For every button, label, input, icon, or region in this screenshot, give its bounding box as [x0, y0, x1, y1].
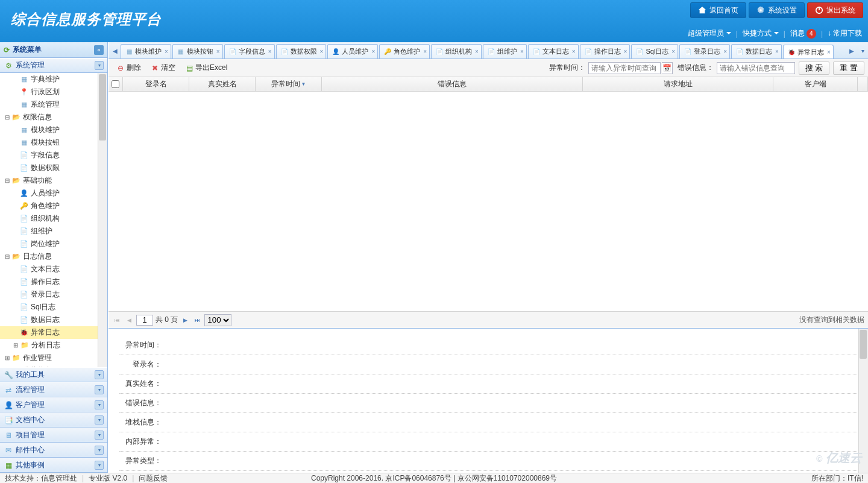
close-icon[interactable]: × [320, 48, 324, 55]
tree-item[interactable]: ▦模块按钮 [0, 136, 107, 149]
details-scrollbar[interactable] [858, 329, 868, 473]
close-icon[interactable]: × [423, 48, 427, 55]
refresh-icon[interactable]: ⟳ [4, 46, 10, 54]
expand-icon[interactable]: ▾ [95, 415, 104, 425]
exit-button[interactable]: 退出系统 [807, 2, 863, 18]
tree-item[interactable]: 📄数据日志 [0, 314, 107, 326]
calendar-icon[interactable]: 📅 [662, 62, 673, 74]
expand-icon[interactable]: ▾ [95, 400, 104, 409]
col-name[interactable]: 真实姓名 [189, 77, 256, 91]
tab-模块维护[interactable]: ▦模块维护× [121, 44, 171, 58]
close-icon[interactable]: × [624, 48, 627, 55]
quick-menu[interactable]: 快捷方式 [743, 28, 779, 39]
tree-item-exception-log[interactable]: 🐞异常日志 [0, 326, 107, 339]
tree-item[interactable]: 🔑角色维护 [0, 200, 107, 212]
tab-字段信息[interactable]: 📄字段信息× [224, 44, 275, 58]
sidebar-group-process[interactable]: ⇄流程管理▾ [0, 382, 107, 397]
expand-icon[interactable]: ▾ [95, 446, 104, 455]
footer-feedback[interactable]: 问题反馈 [139, 473, 168, 484]
close-icon[interactable]: × [475, 48, 479, 55]
tree-item[interactable]: 📄字段信息 [0, 149, 107, 162]
tab-menu-icon[interactable]: ▾ [857, 43, 868, 58]
close-icon[interactable]: × [216, 48, 220, 55]
expand-icon[interactable]: ▾ [95, 461, 104, 470]
close-icon[interactable]: × [268, 48, 272, 55]
tree-item[interactable]: ▦字典维护 [0, 73, 107, 86]
expand-icon[interactable]: ⊟ [2, 112, 11, 123]
close-icon[interactable]: × [371, 48, 375, 55]
expand-icon[interactable]: ▾ [95, 370, 104, 379]
next-page-icon[interactable]: ▶ [180, 315, 190, 325]
tree-item[interactable]: 📄岗位维护 [0, 238, 107, 250]
expand-icon[interactable]: ▾ [95, 385, 104, 394]
tree-item[interactable]: 📄组织机构 [0, 212, 107, 225]
tree-folder[interactable]: ⊟📂权限信息 [0, 111, 107, 124]
sidebar-group-other[interactable]: ▦其他事例▾ [0, 458, 107, 473]
error-input[interactable] [717, 62, 795, 74]
tree-folder[interactable]: ⊟📂日志信息 [0, 250, 107, 263]
tree-item[interactable]: ▦模块维护 [0, 124, 107, 136]
delete-button[interactable]: ⊖删除 [112, 62, 145, 75]
reset-button[interactable]: 重 置 [833, 62, 864, 75]
tree-item[interactable]: 📍行政区划 [0, 86, 107, 98]
tab-组织机构[interactable]: 📄组织机构× [431, 44, 482, 58]
first-page-icon[interactable]: ⏮ [112, 315, 122, 325]
sidebar-group-docs[interactable]: 📑文档中心▾ [0, 412, 107, 428]
close-icon[interactable]: × [572, 48, 576, 55]
search-button[interactable]: 搜 索 [799, 62, 830, 75]
col-login[interactable]: 登录名 [123, 77, 189, 91]
tree-folder[interactable]: ⊟📂基础功能 [0, 174, 107, 187]
tree-folder[interactable]: ⊞📁作业管理 [0, 352, 107, 364]
tab-scroll-left-icon[interactable]: ◀ [110, 43, 121, 58]
sidebar-group-customer[interactable]: 👤客户管理▾ [0, 397, 107, 412]
tab-文本日志[interactable]: 📄文本日志× [528, 44, 579, 58]
tab-数据日志[interactable]: 📄数据日志× [731, 44, 782, 58]
page-input[interactable] [136, 315, 153, 326]
col-time[interactable]: 异常时间▼ [256, 77, 322, 91]
expand-icon[interactable]: ⊞ [2, 352, 11, 364]
tab-数据权限[interactable]: 📄数据权限× [276, 44, 327, 58]
tab-异常日志[interactable]: 🐞异常日志× [783, 45, 834, 58]
close-icon[interactable]: × [775, 48, 779, 55]
col-url[interactable]: 请求地址 [583, 77, 773, 91]
tree-item[interactable]: 📄登录日志 [0, 288, 107, 301]
sidebar-group-mail[interactable]: ✉邮件中心▾ [0, 443, 107, 458]
clear-button[interactable]: ✖清空 [146, 62, 180, 75]
messages-link[interactable]: 消息4 [790, 28, 816, 39]
tree-item[interactable]: ▦系统管理 [0, 98, 107, 111]
expand-icon[interactable]: ⊟ [2, 175, 11, 186]
close-icon[interactable]: × [520, 48, 524, 55]
col-client[interactable]: 客户端 [773, 77, 858, 91]
export-button[interactable]: ▤导出Excel [181, 62, 231, 75]
tab-登录日志[interactable]: 📄登录日志× [679, 44, 730, 58]
close-icon[interactable]: × [723, 48, 727, 55]
tree-folder[interactable]: ⊞📁分析日志 [0, 339, 107, 352]
tree-item[interactable]: 📄组维护 [0, 225, 107, 238]
tab-scroll-right-icon[interactable]: ▶ [846, 43, 857, 58]
download-link[interactable]: 常用下载 [828, 28, 862, 39]
tree-item[interactable]: 📄Sql日志 [0, 301, 107, 314]
tree-item[interactable]: 📄文本日志 [0, 263, 107, 276]
close-icon[interactable]: × [827, 49, 831, 55]
col-error[interactable]: 错误信息 [322, 77, 583, 91]
expand-icon[interactable]: ▾ [95, 431, 104, 440]
prev-page-icon[interactable]: ◀ [124, 315, 134, 325]
tab-人员维护[interactable]: 👤人员维护× [327, 44, 378, 58]
tree-item[interactable]: 📄数据权限 [0, 162, 107, 174]
home-button[interactable]: 返回首页 [690, 2, 746, 18]
close-icon[interactable]: × [671, 48, 675, 55]
tab-模块按钮[interactable]: ▦模块按钮× [172, 44, 223, 58]
page-size-select[interactable]: 100 [204, 314, 231, 326]
select-all-checkbox[interactable] [112, 80, 119, 88]
tree-folder[interactable]: ⊞📁公共信息 [0, 364, 107, 367]
tab-角色维护[interactable]: 🔑角色维护× [379, 44, 430, 58]
tab-组维护[interactable]: 📄组维护× [483, 44, 527, 58]
expand-icon[interactable]: ⊞ [11, 339, 20, 351]
settings-button[interactable]: 系统设置 [749, 2, 805, 18]
tab-操作日志[interactable]: 📄操作日志× [580, 44, 631, 58]
tree-item[interactable]: 📄操作日志 [0, 276, 107, 288]
collapse-icon[interactable]: ▾ [95, 61, 104, 70]
sidebar-group-project[interactable]: 🖥项目管理▾ [0, 428, 107, 443]
admin-menu[interactable]: 超级管理员 [688, 28, 731, 39]
tree-item[interactable]: 👤人员维护 [0, 187, 107, 200]
